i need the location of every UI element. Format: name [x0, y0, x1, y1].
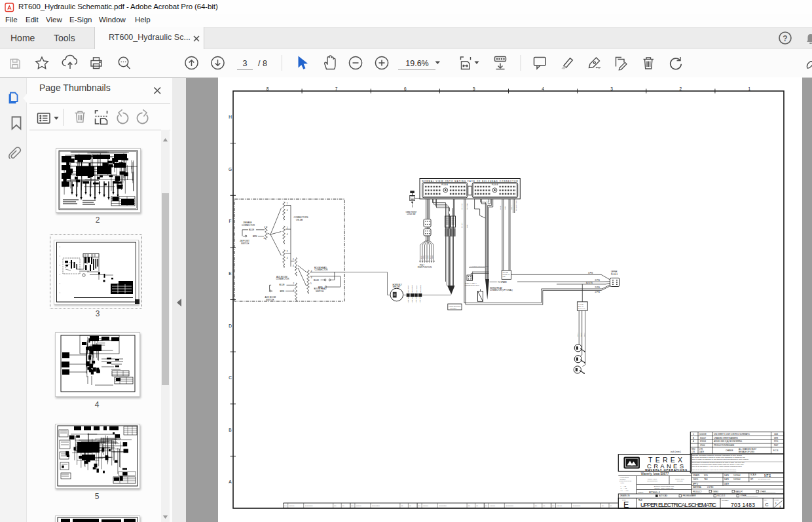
- svg-text:H: H: [229, 115, 232, 119]
- svg-text:7-8 0816: 7-8 0816: [450, 307, 456, 309]
- svg-text:RED GRN: RED GRN: [411, 285, 413, 292]
- svg-text:DATE: DATE: [699, 451, 704, 453]
- svg-text:PRODUCT:: PRODUCT:: [693, 491, 702, 493]
- svg-text:G: G: [229, 167, 232, 172]
- svg-text:BLK/TN: BLK/TN: [586, 282, 593, 284]
- svg-text:BLUE: BLUE: [280, 284, 285, 286]
- svg-text:Part No.: Part No.: [423, 505, 429, 506]
- svg-text:RT500–1: RT500–1: [649, 491, 661, 494]
- svg-text:GND: GND: [466, 224, 468, 228]
- svg-text:Ref: Ref: [552, 505, 555, 506]
- svg-text:PRODUCTION RELEASE: PRODUCTION RELEASE: [714, 444, 734, 447]
- svg-text:2: 2: [287, 202, 288, 205]
- svg-text:GND: GND: [504, 206, 506, 210]
- svg-text:Description: Description: [506, 505, 514, 506]
- svg-text:8: 8: [780, 506, 781, 508]
- svg-text:Waverly, Iowa & Mason City: Waverly, Iowa & Mason City: [654, 487, 674, 489]
- svg-text:in inches: in inches: [620, 479, 627, 480]
- svg-text:Welding: Welding: [677, 480, 684, 482]
- svg-text:4: 4: [264, 237, 265, 240]
- svg-text:2-PIN: 2-PIN: [595, 291, 600, 293]
- svg-text:Qty.: Qty.: [535, 505, 538, 506]
- svg-text:ALM SW: ALM SW: [411, 297, 413, 303]
- svg-text:BE MADE OF DWG: BE MADE OF DWG: [739, 451, 754, 453]
- svg-text:DATE: DATE: [724, 478, 729, 481]
- svg-text:Do Not Scale Print: Do Not Scale Print: [758, 478, 770, 479]
- svg-text:BLUE: BLUE: [314, 279, 319, 282]
- svg-text:SCALE: SCALE: [750, 474, 756, 476]
- svg-text:PLUG B: PLUG B: [492, 183, 498, 186]
- svg-text:Wt.: Wt.: [543, 505, 545, 506]
- svg-text:E: E: [623, 500, 629, 510]
- svg-text:Description: Description: [372, 505, 380, 506]
- svg-text:AUTOCAD: AUTOCAD: [659, 494, 668, 497]
- svg-text:OTHER____________: OTHER____________: [741, 494, 758, 497]
- svg-text:OTHER__________: OTHER__________: [760, 491, 776, 493]
- svg-text:4: 4: [542, 86, 544, 91]
- svg-text:A: A: [229, 479, 232, 484]
- svg-text:2-PIN: 2-PIN: [595, 286, 600, 289]
- svg-text:SW 3: SW 3: [583, 332, 585, 337]
- svg-text:SLA RED: SLA RED: [466, 203, 468, 210]
- svg-text:SWITCH: SWITCH: [316, 290, 323, 293]
- svg-text:SEE DET: SEE DET: [393, 286, 401, 288]
- svg-text:.xxx = ± .005: .xxx = ± .005: [620, 490, 629, 491]
- svg-text:19.6%: 19.6%: [405, 59, 428, 68]
- svg-text:Qty.: Qty.: [468, 505, 470, 506]
- svg-text:Ref: Ref: [351, 505, 354, 506]
- svg-text:Part No.: Part No.: [557, 505, 563, 506]
- svg-text:CONNECTOR: CONNECTOR: [315, 269, 329, 271]
- svg-text:Waverly, Iowa 50677: Waverly, Iowa 50677: [641, 472, 669, 475]
- svg-text:LTR.: LTR.: [699, 448, 703, 451]
- svg-text:703 1483: 703 1483: [731, 502, 755, 508]
- svg-text:All dimensions: All dimensions: [619, 477, 629, 478]
- svg-text:BLK WHT: BLK WHT: [407, 285, 409, 292]
- svg-text:Ref: Ref: [284, 505, 287, 506]
- svg-text:4: 4: [287, 209, 288, 212]
- svg-text:DATE: DATE: [724, 474, 729, 477]
- svg-text:Part No.: Part No.: [356, 505, 362, 506]
- svg-text:ALL CHANGES MUST: ALL CHANGES MUST: [739, 448, 756, 451]
- svg-text:F210: F210: [774, 440, 779, 443]
- svg-text:6: 6: [404, 86, 407, 91]
- svg-text:WJS: WJS: [704, 474, 708, 477]
- svg-text:ALM CON: ALM CON: [407, 296, 409, 303]
- svg-text:PRO/ENGINEER: PRO/ENGINEER: [683, 494, 696, 497]
- svg-text:BLK WHT: BLK WHT: [416, 285, 418, 292]
- svg-text:5: 5: [310, 282, 312, 285]
- svg-text:/ 8: / 8: [258, 59, 267, 68]
- svg-text:8/18/04: 8/18/04: [700, 440, 706, 443]
- svg-text:MANLIFT: MANLIFT: [735, 491, 743, 493]
- svg-text:2-PIN: 2-PIN: [595, 279, 600, 282]
- svg-text:F: F: [229, 219, 232, 223]
- svg-text:USD SHEET 3, USH CONTROL SCHEM: USD SHEET 3, USH CONTROL SCHEMATIC: [714, 433, 750, 436]
- svg-text:MODEL: MODEL: [638, 491, 644, 493]
- svg-text:4: 4: [311, 276, 312, 279]
- svg-text:TO SHIFT SOL: TO SHIFT SOL: [515, 200, 517, 211]
- svg-text:APP'D: APP'D: [693, 483, 698, 485]
- svg-text:2: 2: [293, 258, 294, 261]
- svg-text:Description: Description: [439, 505, 447, 506]
- svg-text:PWR: PWR: [500, 206, 502, 210]
- svg-text:MATERIAL: MATERIAL: [693, 486, 702, 489]
- svg-text:PLUG A: PLUG A: [441, 183, 448, 186]
- svg-text:3: 3: [775, 502, 777, 505]
- svg-text:Phone: 3500: Phone: 3500: [648, 478, 657, 480]
- svg-text:Qty.: Qty.: [602, 505, 604, 506]
- svg-text:2: 2: [293, 282, 295, 285]
- svg-text:B: B: [693, 437, 694, 439]
- svg-text:SWITCH: SWITCH: [241, 242, 249, 245]
- svg-text:Description: Description: [573, 505, 581, 506]
- svg-text:HIGH POSITION: HIGH POSITION: [418, 266, 432, 269]
- svg-text:SWITCH: SWITCH: [266, 299, 274, 301]
- svg-text:DRAWN ON:: DRAWN ON:: [620, 494, 630, 497]
- svg-text:PLUG 6: PLUG 6: [611, 273, 618, 276]
- svg-text:BRN: BRN: [253, 235, 257, 238]
- svg-text:DRAWN: DRAWN: [693, 474, 699, 477]
- svg-text:D: D: [229, 324, 232, 328]
- svg-text:NUMBER: NUMBER: [722, 500, 729, 502]
- svg-text:6898: 6898: [774, 437, 778, 439]
- svg-text:WT.: WT.: [750, 478, 754, 481]
- svg-text:A: A: [693, 440, 694, 443]
- svg-text:10/22/08: 10/22/08: [699, 433, 707, 436]
